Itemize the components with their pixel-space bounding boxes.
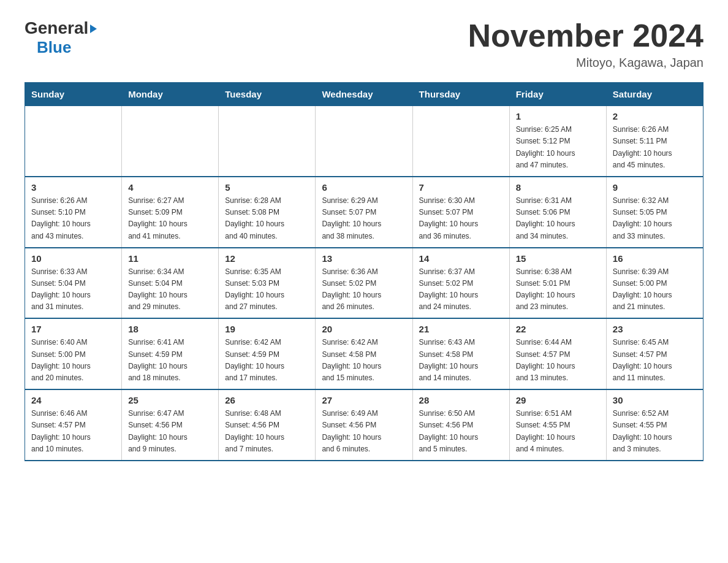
logo-arrow-icon xyxy=(90,25,97,33)
table-row xyxy=(316,106,412,177)
day-info: Sunrise: 6:25 AMSunset: 5:12 PMDaylight:… xyxy=(516,124,600,171)
day-number: 1 xyxy=(516,111,600,121)
day-info: Sunrise: 6:42 AMSunset: 4:59 PMDaylight:… xyxy=(225,337,309,384)
logo: General Blue xyxy=(25,18,97,57)
day-info: Sunrise: 6:48 AMSunset: 4:56 PMDaylight:… xyxy=(225,408,309,455)
table-row xyxy=(122,106,219,177)
table-row: 13Sunrise: 6:36 AMSunset: 5:02 PMDayligh… xyxy=(316,248,412,319)
table-row: 2Sunrise: 6:26 AMSunset: 5:11 PMDaylight… xyxy=(606,106,703,177)
header-wednesday: Wednesday xyxy=(316,83,412,106)
table-row: 30Sunrise: 6:52 AMSunset: 4:55 PMDayligh… xyxy=(606,389,703,461)
day-info: Sunrise: 6:26 AMSunset: 5:11 PMDaylight:… xyxy=(613,124,697,171)
day-number: 23 xyxy=(613,324,697,334)
title-block: November 2024 Mitoyo, Kagawa, Japan xyxy=(468,18,703,70)
table-row: 23Sunrise: 6:45 AMSunset: 4:57 PMDayligh… xyxy=(606,318,703,389)
location-text: Mitoyo, Kagawa, Japan xyxy=(468,56,703,70)
table-row: 11Sunrise: 6:34 AMSunset: 5:04 PMDayligh… xyxy=(122,248,219,319)
day-number: 16 xyxy=(613,253,697,264)
day-info: Sunrise: 6:34 AMSunset: 5:04 PMDaylight:… xyxy=(128,266,212,313)
table-row: 14Sunrise: 6:37 AMSunset: 5:02 PMDayligh… xyxy=(412,248,509,319)
table-row: 26Sunrise: 6:48 AMSunset: 4:56 PMDayligh… xyxy=(219,389,316,461)
day-info: Sunrise: 6:35 AMSunset: 5:03 PMDaylight:… xyxy=(225,266,309,313)
month-title: November 2024 xyxy=(468,18,703,53)
table-row: 9Sunrise: 6:32 AMSunset: 5:05 PMDaylight… xyxy=(606,177,703,248)
day-number: 26 xyxy=(225,395,309,405)
table-row: 16Sunrise: 6:39 AMSunset: 5:00 PMDayligh… xyxy=(606,248,703,319)
day-info: Sunrise: 6:42 AMSunset: 4:58 PMDaylight:… xyxy=(322,337,406,384)
table-row: 8Sunrise: 6:31 AMSunset: 5:06 PMDaylight… xyxy=(509,177,606,248)
day-info: Sunrise: 6:37 AMSunset: 5:02 PMDaylight:… xyxy=(419,266,503,313)
day-number: 12 xyxy=(225,253,309,264)
day-number: 4 xyxy=(128,182,212,193)
day-number: 13 xyxy=(322,253,406,264)
day-number: 29 xyxy=(516,395,600,405)
day-info: Sunrise: 6:52 AMSunset: 4:55 PMDaylight:… xyxy=(613,408,697,455)
calendar-header: Sunday Monday Tuesday Wednesday Thursday… xyxy=(25,83,703,106)
day-info: Sunrise: 6:44 AMSunset: 4:57 PMDaylight:… xyxy=(516,337,600,384)
day-number: 7 xyxy=(419,182,503,193)
day-info: Sunrise: 6:49 AMSunset: 4:56 PMDaylight:… xyxy=(322,408,406,455)
day-number: 24 xyxy=(31,395,115,405)
header-thursday: Thursday xyxy=(412,83,509,106)
table-row: 7Sunrise: 6:30 AMSunset: 5:07 PMDaylight… xyxy=(412,177,509,248)
table-row: 25Sunrise: 6:47 AMSunset: 4:56 PMDayligh… xyxy=(122,389,219,461)
header-monday: Monday xyxy=(122,83,219,106)
table-row: 28Sunrise: 6:50 AMSunset: 4:56 PMDayligh… xyxy=(412,389,509,461)
table-row: 24Sunrise: 6:46 AMSunset: 4:57 PMDayligh… xyxy=(25,389,122,461)
day-info: Sunrise: 6:27 AMSunset: 5:09 PMDaylight:… xyxy=(128,195,212,242)
calendar-body: 1Sunrise: 6:25 AMSunset: 5:12 PMDaylight… xyxy=(25,106,703,461)
day-number: 11 xyxy=(128,253,212,264)
day-info: Sunrise: 6:41 AMSunset: 4:59 PMDaylight:… xyxy=(128,337,212,384)
table-row: 10Sunrise: 6:33 AMSunset: 5:04 PMDayligh… xyxy=(25,248,122,319)
day-number: 3 xyxy=(31,182,115,193)
day-info: Sunrise: 6:46 AMSunset: 4:57 PMDaylight:… xyxy=(31,408,115,455)
table-row: 12Sunrise: 6:35 AMSunset: 5:03 PMDayligh… xyxy=(219,248,316,319)
table-row: 22Sunrise: 6:44 AMSunset: 4:57 PMDayligh… xyxy=(509,318,606,389)
logo-general-text: General xyxy=(25,18,88,38)
day-number: 6 xyxy=(322,182,406,193)
day-number: 21 xyxy=(419,324,503,334)
day-info: Sunrise: 6:43 AMSunset: 4:58 PMDaylight:… xyxy=(419,337,503,384)
table-row: 5Sunrise: 6:28 AMSunset: 5:08 PMDaylight… xyxy=(219,177,316,248)
table-row: 17Sunrise: 6:40 AMSunset: 5:00 PMDayligh… xyxy=(25,318,122,389)
table-row xyxy=(412,106,509,177)
day-info: Sunrise: 6:38 AMSunset: 5:01 PMDaylight:… xyxy=(516,266,600,313)
day-number: 19 xyxy=(225,324,309,334)
day-info: Sunrise: 6:40 AMSunset: 5:00 PMDaylight:… xyxy=(31,337,115,384)
page-header: General Blue November 2024 Mitoyo, Kagaw… xyxy=(25,18,703,70)
table-row: 19Sunrise: 6:42 AMSunset: 4:59 PMDayligh… xyxy=(219,318,316,389)
day-number: 27 xyxy=(322,395,406,405)
day-number: 25 xyxy=(128,395,212,405)
day-number: 17 xyxy=(31,324,115,334)
day-number: 10 xyxy=(31,253,115,264)
day-info: Sunrise: 6:30 AMSunset: 5:07 PMDaylight:… xyxy=(419,195,503,242)
header-tuesday: Tuesday xyxy=(219,83,316,106)
header-sunday: Sunday xyxy=(25,83,122,106)
table-row: 21Sunrise: 6:43 AMSunset: 4:58 PMDayligh… xyxy=(412,318,509,389)
day-number: 9 xyxy=(613,182,697,193)
day-info: Sunrise: 6:45 AMSunset: 4:57 PMDaylight:… xyxy=(613,337,697,384)
table-row: 27Sunrise: 6:49 AMSunset: 4:56 PMDayligh… xyxy=(316,389,412,461)
day-number: 14 xyxy=(419,253,503,264)
logo-blue-text: Blue xyxy=(37,38,71,57)
day-info: Sunrise: 6:51 AMSunset: 4:55 PMDaylight:… xyxy=(516,408,600,455)
table-row: 20Sunrise: 6:42 AMSunset: 4:58 PMDayligh… xyxy=(316,318,412,389)
day-info: Sunrise: 6:29 AMSunset: 5:07 PMDaylight:… xyxy=(322,195,406,242)
day-info: Sunrise: 6:32 AMSunset: 5:05 PMDaylight:… xyxy=(613,195,697,242)
table-row: 18Sunrise: 6:41 AMSunset: 4:59 PMDayligh… xyxy=(122,318,219,389)
calendar-table: Sunday Monday Tuesday Wednesday Thursday… xyxy=(25,82,703,461)
day-info: Sunrise: 6:31 AMSunset: 5:06 PMDaylight:… xyxy=(516,195,600,242)
day-info: Sunrise: 6:28 AMSunset: 5:08 PMDaylight:… xyxy=(225,195,309,242)
day-number: 2 xyxy=(613,111,697,121)
table-row: 6Sunrise: 6:29 AMSunset: 5:07 PMDaylight… xyxy=(316,177,412,248)
day-number: 18 xyxy=(128,324,212,334)
header-saturday: Saturday xyxy=(606,83,703,106)
day-info: Sunrise: 6:26 AMSunset: 5:10 PMDaylight:… xyxy=(31,195,115,242)
day-info: Sunrise: 6:39 AMSunset: 5:00 PMDaylight:… xyxy=(613,266,697,313)
day-info: Sunrise: 6:33 AMSunset: 5:04 PMDaylight:… xyxy=(31,266,115,313)
day-number: 8 xyxy=(516,182,600,193)
table-row xyxy=(219,106,316,177)
day-info: Sunrise: 6:36 AMSunset: 5:02 PMDaylight:… xyxy=(322,266,406,313)
day-number: 20 xyxy=(322,324,406,334)
table-row: 1Sunrise: 6:25 AMSunset: 5:12 PMDaylight… xyxy=(509,106,606,177)
